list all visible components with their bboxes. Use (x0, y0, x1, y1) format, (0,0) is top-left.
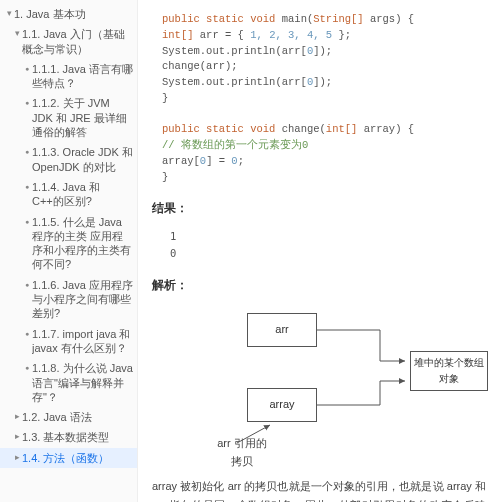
sidebar-item-8[interactable]: ●1.1.7. import java 和 javax 有什么区别？ (0, 324, 137, 359)
result-heading: 结果： (152, 199, 486, 218)
main-content: public static void main(String[] args) {… (138, 0, 500, 502)
sidebar-item-10[interactable]: ▸1.2. Java 语法 (0, 407, 137, 427)
sidebar-item-6[interactable]: ●1.1.5. 什么是 Java 程序的主类 应用程序和小程序的主类有何不同? (0, 212, 137, 275)
caret-down-icon: ▾ (12, 27, 22, 40)
code-block-1: public static void main(String[] args) {… (152, 8, 486, 189)
sidebar-item-label: 1.1.4. Java 和 C++的区别? (32, 180, 133, 209)
bullet-icon: ● (22, 180, 32, 191)
caret-right-icon: ▸ (12, 410, 22, 423)
sidebar-item-label: 1.1.1. Java 语言有哪些特点？ (32, 62, 133, 91)
sidebar-item-3[interactable]: ●1.1.2. 关于 JVM JDK 和 JRE 最详细通俗的解答 (0, 93, 137, 142)
sidebar: ▾1. Java 基本功▾1.1. Java 入门（基础概念与常识）●1.1.1… (0, 0, 138, 502)
bullet-icon: ● (22, 62, 32, 73)
sidebar-item-label: 1.2. Java 语法 (22, 410, 133, 424)
bullet-icon: ● (22, 96, 32, 107)
bullet-icon: ● (22, 361, 32, 372)
diagram: arr array 堆中的某个数组对象 arr 引用的拷贝 (152, 303, 486, 463)
sidebar-item-label: 1. Java 基本功 (14, 7, 133, 21)
sidebar-item-2[interactable]: ●1.1.1. Java 语言有哪些特点？ (0, 59, 137, 94)
caret-right-icon: ▸ (12, 430, 22, 443)
bullet-icon: ● (22, 215, 32, 226)
sidebar-item-label: 1.4. 方法（函数） (22, 451, 133, 465)
sidebar-item-label: 1.3. 基本数据类型 (22, 430, 133, 444)
sidebar-item-label: 1.1.7. import java 和 javax 有什么区别？ (32, 327, 133, 356)
diagram-box-arr: arr (247, 313, 317, 347)
sidebar-item-0[interactable]: ▾1. Java 基本功 (0, 4, 137, 24)
caret-down-icon: ▾ (4, 7, 14, 20)
bullet-icon: ● (22, 278, 32, 289)
sidebar-item-label: 1.1.3. Oracle JDK 和 OpenJDK 的对比 (32, 145, 133, 174)
sidebar-item-label: 1.1.2. 关于 JVM JDK 和 JRE 最详细通俗的解答 (32, 96, 133, 139)
diagram-label-copy: arr 引用的拷贝 (214, 435, 270, 470)
sidebar-item-label: 1.1.5. 什么是 Java 程序的主类 应用程序和小程序的主类有何不同? (32, 215, 133, 272)
sidebar-item-5[interactable]: ●1.1.4. Java 和 C++的区别? (0, 177, 137, 212)
sidebar-item-4[interactable]: ●1.1.3. Oracle JDK 和 OpenJDK 的对比 (0, 142, 137, 177)
diagram-box-heap: 堆中的某个数组对象 (410, 351, 488, 391)
output: 1 0 (152, 224, 486, 266)
sidebar-item-label: 1.1. Java 入门（基础概念与常识） (22, 27, 133, 56)
sidebar-item-label: 1.1.6. Java 应用程序与小程序之间有哪些差别? (32, 278, 133, 321)
caret-right-icon: ▸ (12, 451, 22, 464)
explain-heading: 解析： (152, 276, 486, 295)
sidebar-item-1[interactable]: ▾1.1. Java 入门（基础概念与常识） (0, 24, 137, 59)
sidebar-item-label: 1.1.8. 为什么说 Java 语言"编译与解释并存"？ (32, 361, 133, 404)
sidebar-item-7[interactable]: ●1.1.6. Java 应用程序与小程序之间有哪些差别? (0, 275, 137, 324)
bullet-icon: ● (22, 145, 32, 156)
paragraph-1: array 被初始化 arr 的拷贝也就是一个对象的引用，也就是说 array … (152, 477, 486, 502)
sidebar-item-12[interactable]: ▸1.4. 方法（函数） (0, 448, 137, 468)
bullet-icon: ● (22, 327, 32, 338)
sidebar-item-11[interactable]: ▸1.3. 基本数据类型 (0, 427, 137, 447)
diagram-box-array: array (247, 388, 317, 422)
sidebar-item-9[interactable]: ●1.1.8. 为什么说 Java 语言"编译与解释并存"？ (0, 358, 137, 407)
